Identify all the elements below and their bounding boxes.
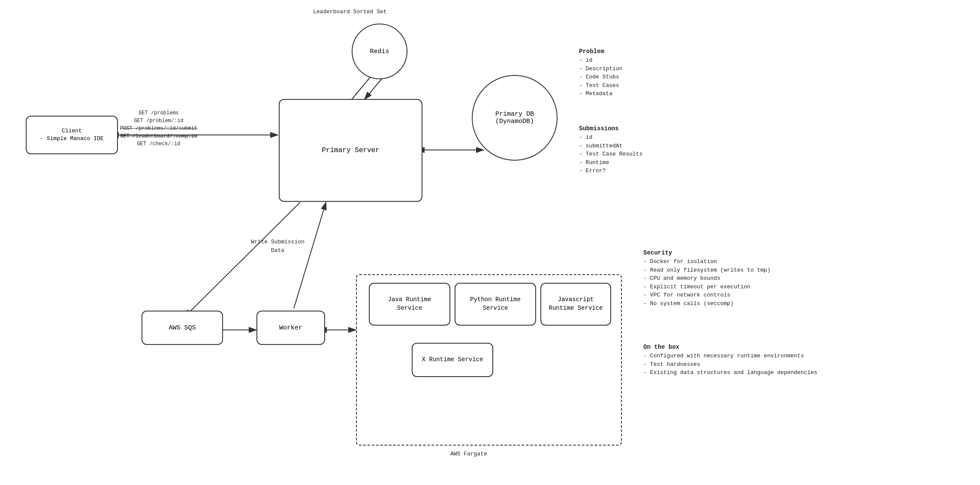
python-label-2: Service bbox=[470, 304, 521, 313]
worker-box: Worker bbox=[256, 311, 325, 345]
sec-item-4: - Explicit timeout per execution bbox=[643, 283, 770, 291]
box-item-3: - Existing data structures and language … bbox=[643, 368, 817, 377]
submissions-schema-label: Submissions - id - submittedAt - Test Ca… bbox=[579, 124, 642, 175]
sec-item-6: - No system calls (seccomp) bbox=[643, 299, 770, 308]
aws-sqs-label: AWS SQS bbox=[169, 323, 196, 332]
sub-item-4: - Runtime bbox=[579, 159, 642, 167]
problem-item-4: - Test Cases bbox=[579, 81, 622, 90]
svg-line-6 bbox=[184, 202, 300, 317]
write-line1: Write Submission bbox=[251, 238, 305, 246]
client-box: Client - Simple Manaco IDE bbox=[26, 116, 118, 154]
api-route-4: GET /leaderboard/:comp:id bbox=[120, 132, 197, 140]
api-route-1: GET /problems bbox=[120, 109, 197, 117]
aws-fargate-label: AWS Fargate bbox=[450, 450, 487, 458]
sec-item-5: - VPC for network controls bbox=[643, 291, 770, 299]
sub-item-5: - Error? bbox=[579, 167, 642, 175]
write-submission-label: Write Submission Data bbox=[251, 238, 305, 254]
client-label-line2: - Simple Manaco IDE bbox=[40, 135, 103, 143]
primary-server-label: Primary Server bbox=[322, 146, 379, 155]
on-the-box-heading: On the box bbox=[643, 343, 817, 352]
problem-item-2: - Description bbox=[579, 65, 622, 73]
write-line2: Data bbox=[251, 246, 305, 255]
x-runtime-label: X Runtime Service bbox=[422, 356, 483, 364]
redis-label: Redis bbox=[370, 48, 389, 55]
javascript-runtime-box: Javascript Runtime Service bbox=[540, 283, 611, 326]
java-label-2: Service bbox=[388, 304, 431, 313]
sec-item-1: - Docker for isolation bbox=[643, 257, 770, 266]
primary-db-circle: Primary DB (DynamoDB) bbox=[472, 75, 558, 161]
api-route-2: GET /problem/:id bbox=[120, 117, 197, 125]
js-label-2: Runtime Service bbox=[549, 304, 603, 313]
primary-db-label-line2: (DynamoDB) bbox=[495, 118, 534, 125]
on-the-box-label: On the box - Configured with necessary r… bbox=[643, 343, 817, 377]
api-route-5: GET /check/:id bbox=[120, 140, 197, 148]
sec-item-3: - CPU and memory bounds bbox=[643, 274, 770, 283]
java-label-1: Java Runtime bbox=[388, 296, 431, 304]
problem-item-1: - id bbox=[579, 56, 622, 65]
aws-sqs-box: AWS SQS bbox=[142, 311, 223, 345]
redis-circle: Redis bbox=[352, 24, 407, 79]
box-item-2: - Test hardnesses bbox=[643, 360, 817, 369]
primary-db-label-line1: Primary DB bbox=[495, 111, 534, 118]
leaderboard-label: Leaderboard Sorted Set bbox=[313, 8, 387, 16]
box-item-1: - Configured with necessary runtime envi… bbox=[643, 352, 817, 360]
security-heading: Security bbox=[643, 248, 770, 257]
java-runtime-box: Java Runtime Service bbox=[369, 283, 450, 326]
api-routes-label: GET /problems GET /problem/:id POST /pro… bbox=[120, 109, 197, 148]
sec-item-2: - Read only filesystem (writes to tmp) bbox=[643, 266, 770, 275]
security-label: Security - Docker for isolation - Read o… bbox=[643, 248, 770, 308]
problem-heading: Problem bbox=[579, 47, 622, 56]
python-runtime-box: Python Runtime Service bbox=[455, 283, 536, 326]
python-label-1: Python Runtime bbox=[470, 296, 521, 304]
worker-label: Worker bbox=[279, 323, 302, 332]
submissions-heading: Submissions bbox=[579, 124, 642, 133]
problem-item-5: - Metadata bbox=[579, 90, 622, 98]
client-label-line1: Client bbox=[40, 127, 103, 135]
diagram-container: Client - Simple Manaco IDE GET /problems… bbox=[0, 0, 980, 485]
sub-item-2: - submittedAt bbox=[579, 142, 642, 150]
js-label-1: Javascript bbox=[549, 296, 603, 304]
x-runtime-box: X Runtime Service bbox=[412, 343, 493, 377]
sub-item-1: - id bbox=[579, 133, 642, 142]
problem-schema-label: Problem - id - Description - Code Stubs … bbox=[579, 47, 622, 98]
sub-item-3: - Test Case Results bbox=[579, 150, 642, 159]
api-route-3: POST /problems/:id/submit bbox=[120, 125, 197, 132]
problem-item-3: - Code Stubs bbox=[579, 73, 622, 81]
primary-server-box: Primary Server bbox=[279, 99, 422, 202]
svg-line-8 bbox=[294, 202, 326, 308]
